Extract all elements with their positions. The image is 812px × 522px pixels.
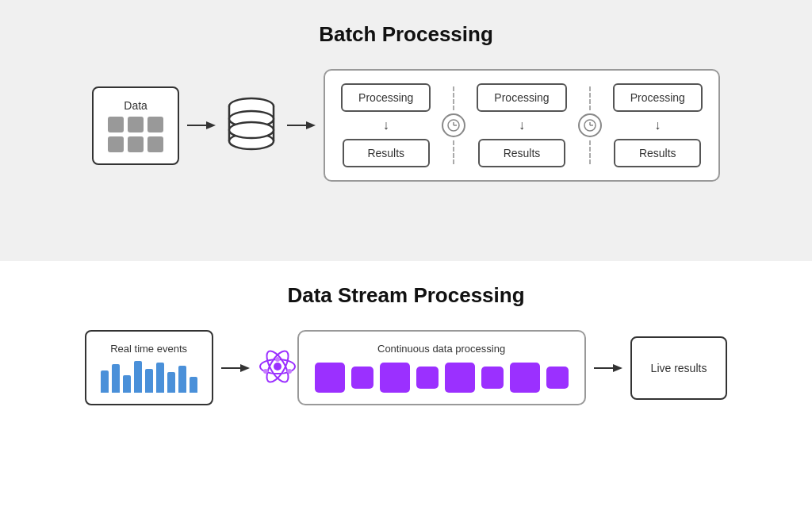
bar (123, 375, 131, 393)
arrow-2 (287, 117, 316, 133)
data-cell (147, 117, 163, 132)
data-label: Data (124, 99, 147, 112)
bar (156, 363, 164, 393)
data-grid (108, 117, 163, 152)
data-cell (147, 136, 163, 152)
continuous-label: Continuous data processing (377, 343, 505, 355)
events-box: Real time events (85, 330, 213, 405)
events-label: Real time events (110, 343, 187, 355)
arrow-stream-2 (594, 360, 622, 376)
svg-marker-18 (240, 364, 250, 372)
stream-block (546, 367, 569, 389)
data-cell (108, 136, 124, 152)
data-cell (108, 117, 124, 132)
batch-title: Batch Processing (319, 22, 493, 47)
svg-point-8 (229, 122, 274, 138)
stream-section: Data Stream Processing Real time events (0, 261, 812, 522)
clock-divider-1 (442, 86, 465, 164)
bar (190, 377, 197, 393)
svg-marker-10 (306, 121, 316, 129)
stream-block (510, 363, 540, 393)
proc-unit-2: Processing ↓ Results (477, 83, 566, 167)
data-cell (128, 136, 144, 152)
bar (134, 361, 142, 393)
clock-icon-1 (442, 113, 465, 137)
events-bars (101, 361, 197, 393)
svg-marker-1 (206, 121, 216, 129)
dashed-line-bottom-2 (589, 140, 591, 164)
svg-point-23 (275, 357, 280, 362)
bar (112, 364, 120, 393)
processing-box-2: Processing (477, 83, 566, 112)
dashed-line-top-1 (453, 86, 454, 110)
dashed-line-bottom-1 (453, 140, 454, 164)
database-icon (224, 94, 279, 157)
processing-box-1: Processing (341, 83, 431, 112)
down-arrow-1: ↓ (383, 118, 389, 132)
stream-block (416, 367, 439, 389)
data-box: Data (92, 86, 179, 165)
clock-icon-2 (578, 113, 602, 137)
svg-point-25 (263, 369, 268, 374)
stream-diagram: Real time events (85, 330, 728, 405)
stream-title: Data Stream Processing (287, 283, 524, 308)
batch-section: Batch Processing Data (0, 0, 812, 261)
stream-blocks (315, 363, 569, 393)
atom-icon (258, 347, 297, 390)
results-box-3: Results (614, 139, 701, 167)
arrow-stream-1 (221, 360, 250, 376)
svg-marker-27 (613, 364, 622, 372)
down-arrow-2: ↓ (519, 118, 525, 132)
svg-point-22 (274, 363, 282, 370)
results-box-1: Results (343, 139, 430, 167)
data-cell (128, 117, 144, 132)
proc-unit-1: Processing ↓ Results (341, 83, 431, 167)
stream-block (380, 363, 410, 393)
dashed-line-top-2 (589, 86, 591, 110)
results-box-2: Results (478, 139, 565, 167)
bar (167, 372, 175, 393)
processing-box-3: Processing (613, 83, 703, 112)
stream-block (315, 363, 345, 393)
stream-block (445, 363, 475, 393)
batch-diagram: Data (92, 69, 720, 182)
clock-divider-2 (578, 86, 602, 164)
bar (101, 370, 109, 393)
svg-point-24 (287, 369, 292, 374)
continuous-box: Continuous data processing (297, 330, 586, 405)
live-results-label: Live results (651, 362, 707, 374)
processing-group: Processing ↓ Results Processing (324, 69, 720, 182)
bar (178, 366, 186, 393)
stream-block (351, 367, 373, 389)
stream-block (481, 367, 504, 389)
bar (145, 369, 153, 393)
live-results-box: Live results (630, 336, 728, 400)
proc-unit-3: Processing ↓ Results (613, 83, 703, 167)
arrow-1 (187, 117, 216, 133)
down-arrow-3: ↓ (654, 118, 661, 132)
